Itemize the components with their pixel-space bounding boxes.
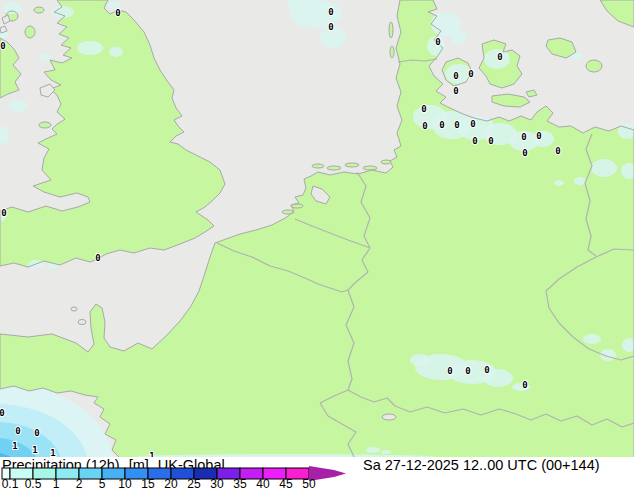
scale-tick-label: 25 (187, 477, 201, 490)
scale-tick-label: 40 (256, 477, 270, 490)
scale-tick-label: 30 (210, 477, 224, 490)
scale-tick-label: 45 (279, 477, 293, 490)
precip-value: 0 (521, 132, 526, 142)
lake-constance (382, 414, 396, 420)
precip-value: 0 (435, 37, 440, 47)
precip-area (451, 30, 467, 44)
precip-value: 0 (15, 426, 20, 436)
precip-value: 0 (328, 7, 333, 17)
precip-value: 0 (422, 121, 427, 131)
precip-value: 0 (454, 120, 459, 130)
precip-value: 0 (472, 136, 477, 146)
precip-area (109, 47, 123, 57)
precip-area (574, 177, 586, 185)
precip-value: 0 (453, 71, 458, 81)
precip-value: 0 (465, 366, 470, 376)
precip-value: 0 (488, 136, 493, 146)
precip-value: 0 (468, 69, 473, 79)
scale-tick-label: 1 (53, 477, 60, 490)
precip-area (571, 52, 583, 60)
precip-value: 0 (522, 148, 527, 158)
precip-value: 0 (497, 52, 502, 62)
precip-area (8, 100, 28, 112)
forecast-map: 000000000000000000000000000001111 (0, 0, 634, 458)
scale-tick-label: 50 (302, 477, 316, 490)
scale-tick-label: 0.5 (25, 477, 42, 490)
weather-map-screen: 000000000000000000000000000001111 Precip… (0, 0, 634, 490)
channel-island (71, 307, 77, 311)
precip-value: 0 (1, 208, 6, 218)
precip-area (366, 447, 380, 453)
precip-area (583, 334, 601, 344)
precip-value: 1 (32, 445, 37, 455)
scale-tick-label: 0.1 (2, 477, 19, 490)
scale-tick-label: 35 (233, 477, 247, 490)
scale-tick-label: 20 (164, 477, 178, 490)
precip-area (410, 354, 430, 366)
precip-value: 0 (439, 120, 444, 130)
precip-value: 0 (522, 380, 527, 390)
scale-tick-label: 10 (118, 477, 132, 490)
precip-area (554, 180, 564, 186)
color-scale-bar: 0.10.5125101520253035404550 (0, 457, 634, 490)
precip-value: 0 (95, 253, 100, 263)
precip-value: 0 (447, 366, 452, 376)
scale-tick-label: 15 (141, 477, 155, 490)
precip-value: 0 (0, 41, 5, 51)
precip-area (39, 53, 51, 61)
channel-island (78, 320, 86, 325)
precip-value: 0 (34, 428, 39, 438)
precip-value: 0 (555, 146, 560, 156)
precip-value: 0 (470, 119, 475, 129)
precip-area (2, 2, 22, 14)
scale-tick-label: 5 (99, 477, 106, 490)
precip-value: 0 (536, 131, 541, 141)
precip-value: 0 (484, 365, 489, 375)
precip-value: 0 (453, 86, 458, 96)
precip-value: 1 (12, 441, 17, 451)
precip-value: 0 (0, 408, 5, 418)
precip-value: 0 (421, 104, 426, 114)
scale-tick-label: 2 (76, 477, 83, 490)
precip-value: 0 (328, 22, 333, 32)
precip-area (591, 159, 617, 177)
precip-area (77, 41, 103, 55)
precip-area (381, 450, 391, 454)
precip-value: 0 (115, 8, 120, 18)
legend-bar: Precipitation (12h)[m]UK-Global Sa 27-12… (0, 457, 634, 490)
